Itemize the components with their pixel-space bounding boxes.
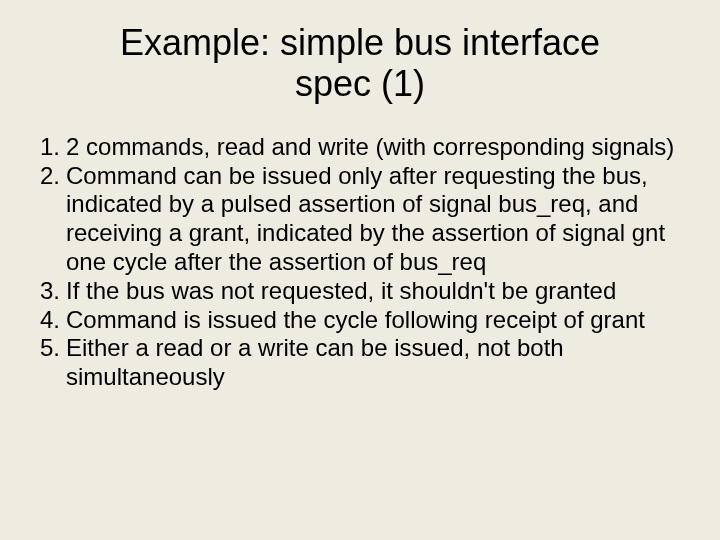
item-text: 2 commands, read and write (with corresp… [66, 133, 680, 162]
item-text: Either a read or a write can be issued, … [66, 334, 680, 392]
list-item: 3. If the bus was not requested, it shou… [40, 277, 680, 306]
item-text: Command can be issued only after request… [66, 162, 680, 277]
item-number: 2. [40, 162, 66, 277]
slide-body: 1. 2 commands, read and write (with corr… [40, 133, 680, 392]
slide: Example: simple bus interface spec (1) 1… [0, 0, 720, 540]
item-text: If the bus was not requested, it shouldn… [66, 277, 680, 306]
slide-title: Example: simple bus interface spec (1) [40, 22, 680, 105]
list-item: 4. Command is issued the cycle following… [40, 306, 680, 335]
item-text: Command is issued the cycle following re… [66, 306, 680, 335]
item-number: 4. [40, 306, 66, 335]
item-number: 5. [40, 334, 66, 392]
list-item: 1. 2 commands, read and write (with corr… [40, 133, 680, 162]
list-item: 2. Command can be issued only after requ… [40, 162, 680, 277]
item-number: 1. [40, 133, 66, 162]
item-number: 3. [40, 277, 66, 306]
list-item: 5. Either a read or a write can be issue… [40, 334, 680, 392]
